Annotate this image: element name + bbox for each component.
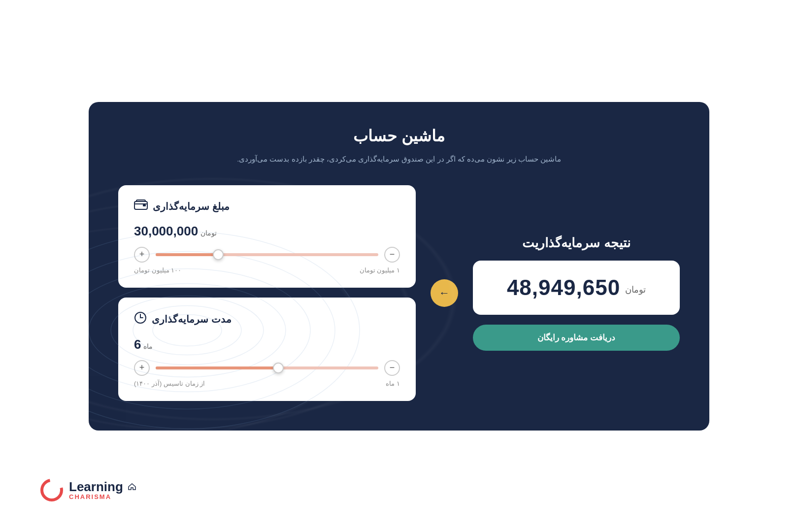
duration-slider-header: مدت سرمایه‌گذاری [134,311,400,327]
cta-button[interactable]: دریافت مشاوره رایگان [473,325,680,351]
amount-slider-title: مبلغ سرمایه‌گذاری [153,200,230,212]
result-panel: نتیجه سرمایه‌گذاریت تومان 48,949,650 دری… [473,235,680,351]
result-box: تومان 48,949,650 [473,261,680,315]
amount-slider-icon [134,199,148,214]
investment-duration-card: مدت سرمایه‌گذاری 6 ماه [118,298,416,401]
svg-rect-8 [143,204,146,206]
amount-slider-thumb [213,249,224,260]
duration-slider-fill [156,366,278,369]
amount-unit: تومان [200,229,217,237]
result-currency-label: تومان [625,284,646,295]
card-title: ماشین حساب [118,127,680,145]
duration-label-max: از زمان تاسیس (آذر ۱۴۰۰) [134,380,205,387]
amount-label-min: ۱ میلیون تومان [360,266,400,274]
duration-label-min: ۱ ماه [386,380,400,387]
amount-minus-btn[interactable]: − [384,247,400,263]
sliders-panel: مبلغ سرمایه‌گذاری 30,000,00 [118,185,416,401]
duration-value-row: 6 ماه [134,337,400,352]
duration-slider-track[interactable] [156,366,378,369]
amount-value: 30,000,000 [134,224,198,238]
duration-slider-controls: − + [134,360,400,376]
duration-unit: ماه [143,342,153,350]
amount-plus-btn[interactable]: + [134,247,150,263]
logo-text-group: Learning CHARISMA [69,480,136,501]
result-label: نتیجه سرمایه‌گذاریت [522,235,630,251]
result-amount: 48,949,650 [507,275,620,300]
amount-slider-fill [156,253,218,256]
card-content: نتیجه سرمایه‌گذاریت تومان 48,949,650 دری… [118,185,680,401]
investment-amount-card: مبلغ سرمایه‌گذاری 30,000,00 [118,185,416,288]
logo-learning-text: Learning [69,480,136,494]
duration-slider-title: مدت سرمایه‌گذاری [152,313,232,325]
amount-slider-labels: ۱ میلیون تومان ۱۰۰ میلیون تومان [134,266,400,274]
duration-plus-btn[interactable]: + [134,360,150,376]
duration-slider-labels: ۱ ماه از زمان تاسیس (آذر ۱۴۰۰) [134,380,400,387]
amount-slider-track[interactable] [156,253,378,256]
card-header: ماشین حساب ماشین حساب زیر نشون می‌ده که … [118,127,680,166]
amount-slider-controls: − + [134,247,400,263]
main-card: ماشین حساب ماشین حساب زیر نشون می‌ده که … [89,102,709,431]
logo-area: Learning CHARISMA [39,478,136,502]
amount-label-max: ۱۰۰ میلیون تومان [134,266,181,274]
duration-minus-btn[interactable]: − [384,360,400,376]
duration-slider-thumb [273,363,284,373]
duration-value: 6 [134,337,141,352]
page-wrapper: ماشین حساب ماشین حساب زیر نشون می‌ده که … [0,0,798,532]
charisma-logo-icon [39,478,64,502]
card-subtitle: ماشین حساب زیر نشون می‌ده که اگر در این … [118,152,680,166]
logo-charisma-text: CHARISMA [69,494,136,500]
amount-slider-header: مبلغ سرمایه‌گذاری [134,199,400,214]
duration-slider-icon [134,311,147,327]
amount-value-row: 30,000,000 تومان [134,224,400,239]
svg-point-13 [42,480,62,500]
arrow-button[interactable]: ← [431,279,458,307]
